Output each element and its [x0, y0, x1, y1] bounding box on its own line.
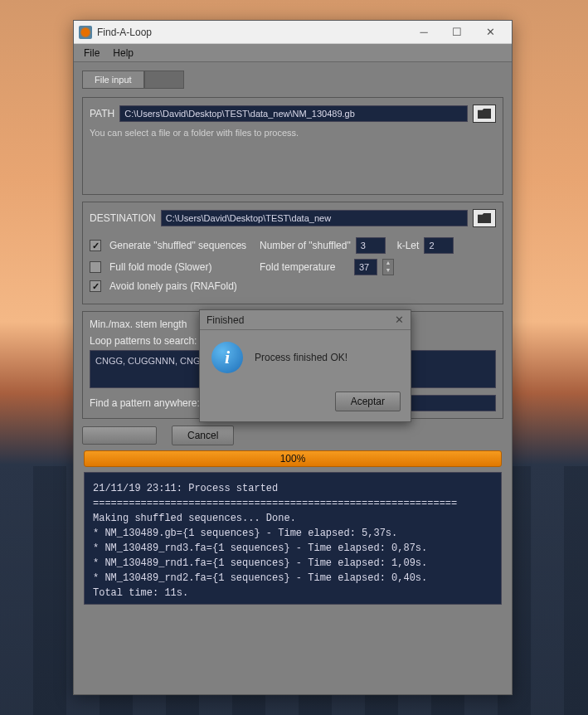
- menu-file[interactable]: File: [77, 46, 106, 61]
- window-title: Find-A-Loop: [97, 27, 407, 38]
- java-icon: [79, 26, 92, 39]
- generate-shuffled-label: Generate "shuffled" sequences: [109, 240, 255, 251]
- generate-shuffled-checkbox[interactable]: [90, 240, 101, 251]
- avoid-lonely-checkbox[interactable]: [90, 280, 101, 292]
- full-fold-checkbox[interactable]: [90, 261, 101, 273]
- number-shuffled-input[interactable]: [356, 237, 386, 254]
- avoid-lonely-label: Avoid lonely pairs (RNAFold): [109, 280, 237, 292]
- path-browse-button[interactable]: [473, 105, 496, 123]
- tab-secondary[interactable]: [144, 71, 184, 89]
- fold-temp-spinner[interactable]: ▲▼: [382, 259, 394, 275]
- klet-input[interactable]: [424, 237, 454, 254]
- folder-icon: [478, 109, 491, 119]
- close-button[interactable]: ✕: [474, 22, 507, 43]
- destination-label: DESTINATION: [90, 212, 156, 224]
- minimize-button[interactable]: ─: [407, 22, 440, 43]
- klet-label: k-Let: [397, 240, 420, 251]
- fold-temp-input[interactable]: [354, 259, 377, 275]
- cancel-button[interactable]: Cancel: [172, 426, 234, 445]
- fold-temp-label: Fold temperature: [260, 261, 349, 273]
- finished-dialog: Finished ✕ i Process finished OK! Acepta…: [199, 309, 411, 422]
- full-fold-label: Full fold mode (Slower): [109, 261, 255, 273]
- number-shuffled-label: Number of "shuffled": [260, 240, 351, 251]
- tab-file-input[interactable]: File input: [82, 71, 144, 89]
- titlebar[interactable]: Find-A-Loop ─ ☐ ✕: [74, 21, 512, 44]
- folder-icon: [478, 213, 491, 223]
- info-icon: i: [211, 342, 243, 373]
- path-label: PATH: [90, 108, 114, 119]
- dialog-titlebar[interactable]: Finished ✕: [200, 310, 411, 330]
- dialog-title-text: Finished: [207, 314, 395, 326]
- path-input[interactable]: [119, 105, 468, 122]
- maximize-button[interactable]: ☐: [440, 22, 474, 43]
- dialog-close-button[interactable]: ✕: [395, 314, 404, 326]
- find-pattern-label: Find a pattern anywhere:: [90, 397, 200, 409]
- progress-text: 100%: [280, 453, 306, 465]
- destination-browse-button[interactable]: [473, 209, 496, 227]
- dialog-message: Process finished OK!: [255, 352, 347, 363]
- accept-button[interactable]: Aceptar: [335, 392, 401, 411]
- run-button[interactable]: [82, 426, 157, 445]
- destination-input[interactable]: [161, 210, 468, 226]
- destination-panel: DESTINATION Generate "shuffled" sequence…: [82, 202, 503, 304]
- menu-help[interactable]: Help: [106, 46, 140, 61]
- log-output[interactable]: 21/11/19 23:11: Process started ========…: [84, 472, 502, 605]
- menubar: File Help: [74, 44, 512, 62]
- progress-bar: 100%: [84, 450, 502, 467]
- path-hint: You can select a file or a folder with f…: [90, 128, 496, 138]
- path-panel: PATH You can select a file or a folder w…: [82, 97, 503, 195]
